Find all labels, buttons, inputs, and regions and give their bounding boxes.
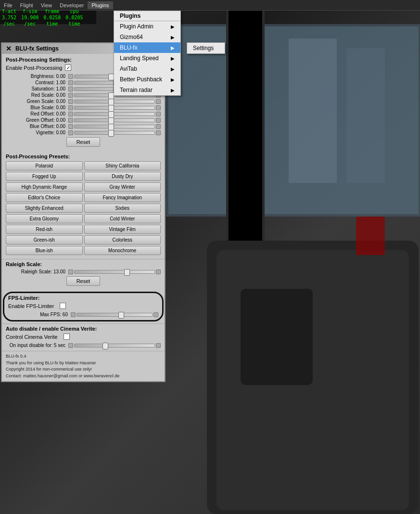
settings-submenu: Settings [187,42,225,54]
raleigh-reset-button[interactable]: Reset [66,276,101,286]
svg-rect-10 [241,289,313,385]
slider-green-offset: Green Offset: 0.00 [6,117,161,123]
menu-better-pushback[interactable]: Better Pushback ▶ [114,74,180,85]
arrow-icon: ▶ [171,66,175,72]
preset-monochrome[interactable]: Monochrome [84,246,161,255]
preset-extra-gloomy[interactable]: Extra Gloomy [6,214,83,223]
preset-dusty-dry[interactable]: Dusty Dry [84,172,161,181]
preset-high-dynamic-range[interactable]: High Dynamic Range [6,182,83,192]
panel-title: BLU-fx Settings [15,45,59,52]
info-line4: Contact: matteo.hausner@gmail.com or www… [6,373,161,380]
preset-gray-winter[interactable]: Gray Winter [84,182,161,192]
menu-blu-fx[interactable]: BLU-fx ▶ [114,42,180,53]
svg-rect-11 [356,217,385,255]
menu-landing-speed[interactable]: Landing Speed ▶ [114,53,180,64]
max-fps-label: Max FPS: 60 [8,312,71,317]
info-line1: BLU-fx 0.4 [6,353,161,360]
presets-grid: Polaroid Shiny California Fogged Up Dust… [6,161,161,255]
fps-limiter-title: FPS-Limiter: [8,295,158,301]
enable-post-processing-checkbox[interactable]: ✓ [65,64,71,71]
svg-rect-8 [289,39,337,183]
arrow-icon: ▶ [171,45,175,51]
menu-avitab[interactable]: AviTab ▶ [114,64,180,74]
cinema-enable-row: Control Cinema Verite [6,334,161,340]
cinema-input-row: On input disable for: 5 sec [6,343,161,348]
cinema-section: Auto disable / enable Cinema Verite: Con… [2,323,165,351]
menu-plugins[interactable]: Plugins [88,1,113,9]
info-line2: Thank you for using BLU-fx by Matteo Hau… [6,360,161,367]
slider-blue-scale: Blue Scale: 0.00 [6,105,161,110]
enable-fps-label: Enable FPS-Limiter [8,303,54,309]
preset-blue-ish[interactable]: Blue-ish [6,246,83,255]
menu-plugin-admin[interactable]: Plugin Admin ▶ [114,21,180,32]
slider-green-scale: Green Scale: 0.00 [6,99,161,104]
enable-post-processing-label: Enable Post-Processing [6,65,62,71]
menu-gizmo64[interactable]: Gizmo64 ▶ [114,32,180,42]
max-fps-slider-row: Max FPS: 60 [8,312,158,317]
submenu-settings[interactable]: Settings [187,43,225,53]
stat-fact: f-act 3.752 /sec [2,8,16,27]
cinema-title: Auto disable / enable Cinema Verite: [6,326,161,332]
presets-title: Post-Processing Presets: [6,154,161,159]
svg-rect-9 [346,48,385,183]
close-button[interactable]: ✕ [6,45,12,52]
preset-slightly-enhanced[interactable]: Slightly Enhanced [6,204,83,213]
raleigh-title: Raleigh Scale: [6,261,161,267]
raleigh-slider[interactable] [74,270,155,274]
preset-sixties[interactable]: Sixties [84,204,161,213]
enable-fps-limiter-row: Enable FPS-Limiter [8,303,158,309]
raleigh-section: Raleigh Scale: Raleigh Scale: 13.00 Rese… [2,259,165,290]
preset-red-ish[interactable]: Red-ish [6,225,83,234]
arrow-icon: ▶ [171,24,175,29]
arrow-icon: ▶ [171,56,175,61]
stat-cpu: cpu 0.0205 time [65,8,83,27]
raleigh-slider-row: Raleigh Scale: 13.00 [6,269,161,274]
cinema-slider[interactable] [74,344,155,347]
cinema-control-label: Control Cinema Verite [6,334,58,340]
slider-vignette: Vignette: 0.00 [6,130,161,135]
fps-limiter-section: FPS-Limiter: Enable FPS-Limiter Max FPS:… [3,292,164,321]
preset-editors-choice[interactable]: Editor's Choice [6,193,83,202]
preset-cold-winter[interactable]: Cold Winter [84,214,161,223]
preset-green-ish[interactable]: Green-ish [6,235,83,244]
preset-fogged-up[interactable]: Fogged Up [6,172,83,181]
preset-shiny-california[interactable]: Shiny California [84,161,161,170]
post-processing-reset-button[interactable]: Reset [66,137,101,147]
arrow-icon: ▶ [171,88,175,93]
enable-fps-checkbox[interactable] [60,303,66,309]
plugins-header: Plugins [114,11,180,21]
stat-frame: frame 0.0258 time [43,8,61,27]
svg-rect-3 [229,0,262,265]
menu-bar: File Flight View Developer Plugins [0,0,420,11]
info-line3: Copyright 2014 for non-commerical use on… [6,366,161,373]
preset-colorless[interactable]: Colorless [84,235,161,244]
stat-fsim: f-sim 19.900 /sec [21,8,38,27]
arrow-icon: ▶ [171,77,175,82]
info-section: BLU-fx 0.4 Thank you for using BLU-fx by… [2,351,165,381]
stats-bar: f-act 3.752 /sec f-sim 19.900 /sec frame… [0,11,96,24]
preset-vintage-film[interactable]: Vintage Film [84,225,161,234]
presets-section: Post-Processing Presets: Polaroid Shiny … [2,152,165,257]
cinema-checkbox[interactable] [64,334,70,340]
arrow-icon: ▶ [171,35,175,40]
max-fps-slider[interactable] [76,313,153,317]
plugins-dropdown: Plugins Plugin Admin ▶ Gizmo64 ▶ BLU-fx … [114,11,181,96]
preset-fancy-imagination[interactable]: Fancy Imagination [84,193,161,202]
preset-polaroid[interactable]: Polaroid [6,161,83,170]
slider-red-offset: Red Offset: 0.00 [6,111,161,116]
slider-blue-offset: Blue Offset: 0.00 [6,124,161,129]
cinema-input-label: On input disable for: 5 sec [6,343,68,348]
menu-terrain-radar[interactable]: Terrain radar ▶ [114,85,180,95]
raleigh-slider-label: Raleigh Scale: 13.00 [6,269,68,274]
